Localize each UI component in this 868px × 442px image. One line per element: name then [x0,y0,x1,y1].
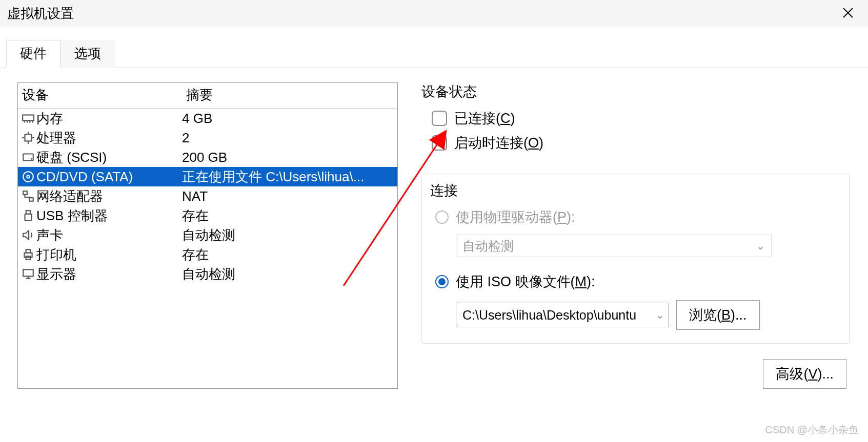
device-name: CD/DVD (SATA) [36,169,182,185]
device-summary: 存在 [182,207,397,225]
connection-group: 连接 使用物理驱动器(P): 自动检测 ⌄ 使用 ISO 映像文件(M): [421,175,850,344]
device-row[interactable]: 处理器2 [18,128,397,148]
advanced-button[interactable]: 高级(V)... [763,359,846,389]
tabstrip: 硬件 选项 [0,40,868,68]
physical-drive-combo-value: 自动检测 [462,238,514,255]
cpu-icon [20,131,36,144]
device-name: 处理器 [36,129,182,147]
printer-icon [20,248,36,261]
device-row[interactable]: 打印机存在 [18,245,397,264]
window-title: 虚拟机设置 [7,5,74,23]
device-name: 硬盘 (SCSI) [36,149,182,166]
chevron-down-icon: ⌄ [756,240,765,252]
browse-button[interactable]: 浏览(B)... [676,300,760,330]
connect-at-power-checkbox[interactable] [432,135,447,151]
device-summary: 自动检测 [182,226,397,244]
device-name: 显示器 [36,265,182,283]
device-summary: 存在 [182,246,397,264]
svg-rect-17 [29,198,33,201]
connection-title: 连接 [422,175,849,204]
device-row[interactable]: 内存4 GB [18,109,397,128]
content-area: 设备 摘要 内存4 GB处理器2硬盘 (SCSI)200 GBCD/DVD (S… [0,68,868,389]
device-name: 网络适配器 [36,187,182,205]
device-summary: NAT [182,188,397,204]
device-summary: 2 [182,130,397,146]
iso-path-row: C:\Users\lihua\Desktop\ubuntu ⌄ 浏览(B)... [456,300,849,330]
title-bar: 虚拟机设置 [0,0,868,27]
iso-radio[interactable] [435,275,449,288]
device-row[interactable]: 声卡自动检测 [18,225,397,245]
usb-icon [20,209,36,222]
chevron-down-icon: ⌄ [656,309,664,321]
sound-icon [20,228,36,242]
device-name: 声卡 [36,226,182,244]
device-row[interactable]: 硬盘 (SCSI)200 GB [18,148,397,167]
device-summary: 自动检测 [182,265,397,283]
physical-drive-label: 使用物理驱动器(P): [456,208,575,226]
cd-icon [20,170,36,183]
net-icon [20,190,36,203]
device-status-group: 设备状态 已连接(C) 启动时连接(O) [421,82,850,154]
iso-path-combo[interactable]: C:\Users\lihua\Desktop\ubuntu ⌄ [456,303,669,327]
device-summary: 正在使用文件 C:\Users\lihua\... [182,168,397,186]
svg-point-14 [23,172,33,182]
advanced-button-wrap: 高级(V)... [421,359,850,389]
svg-point-13 [31,158,32,160]
connect-at-power-label[interactable]: 启动时连接(O) [454,134,543,152]
device-rows-container: 内存4 GB处理器2硬盘 (SCSI)200 GBCD/DVD (SATA)正在… [18,109,397,284]
vm-settings-window: 虚拟机设置 硬件 选项 设备 摘要 内存4 GB处理器2硬盘 (SCSI)200… [0,0,868,442]
memory-icon [20,112,36,125]
device-list-panel: 设备 摘要 内存4 GB处理器2硬盘 (SCSI)200 GBCD/DVD (S… [17,82,398,389]
connected-row: 已连接(C) [432,107,850,130]
iso-path-value: C:\Users\lihua\Desktop\ubuntu [462,308,636,323]
header-device: 设备 [18,83,182,108]
device-list-header: 设备 摘要 [18,83,397,109]
device-name: 打印机 [36,246,182,264]
device-name: 内存 [36,110,182,128]
close-button[interactable] [837,5,859,23]
physical-drive-radio [435,211,449,224]
connected-checkbox[interactable] [432,111,447,126]
iso-row: 使用 ISO 映像文件(M): [435,270,849,293]
svg-rect-7 [25,135,32,141]
connected-label[interactable]: 已连接(C) [454,109,515,128]
tab-options[interactable]: 选项 [60,40,115,68]
device-row[interactable]: USB 控制器存在 [18,206,397,225]
svg-rect-16 [23,191,27,195]
svg-point-15 [27,175,29,178]
right-panel: 设备状态 已连接(C) 启动时连接(O) 连接 [421,82,858,389]
physical-drive-row: 使用物理驱动器(P): [435,206,849,228]
device-row[interactable]: 网络适配器NAT [18,186,397,206]
iso-label[interactable]: 使用 ISO 映像文件(M): [456,272,595,291]
device-row[interactable]: CD/DVD (SATA)正在使用文件 C:\Users\lihua\... [18,167,397,186]
display-icon [20,267,36,281]
tab-hardware[interactable]: 硬件 [6,40,60,68]
svg-rect-21 [26,249,31,253]
svg-rect-19 [25,214,32,221]
device-summary: 200 GB [182,150,397,165]
device-status-title: 设备状态 [421,82,850,101]
device-row[interactable]: 显示器自动检测 [18,264,397,284]
device-name: USB 控制器 [36,207,182,225]
svg-rect-2 [23,115,34,121]
connect-at-power-row: 启动时连接(O) [432,132,850,154]
close-icon [842,7,854,18]
header-summary: 摘要 [182,83,397,108]
device-summary: 4 GB [182,111,397,127]
physical-drive-combo: 自动检测 ⌄ [456,235,772,257]
disk-icon [20,151,36,164]
svg-rect-23 [23,269,33,276]
watermark: CSDN @小条小杂鱼 [765,423,859,437]
